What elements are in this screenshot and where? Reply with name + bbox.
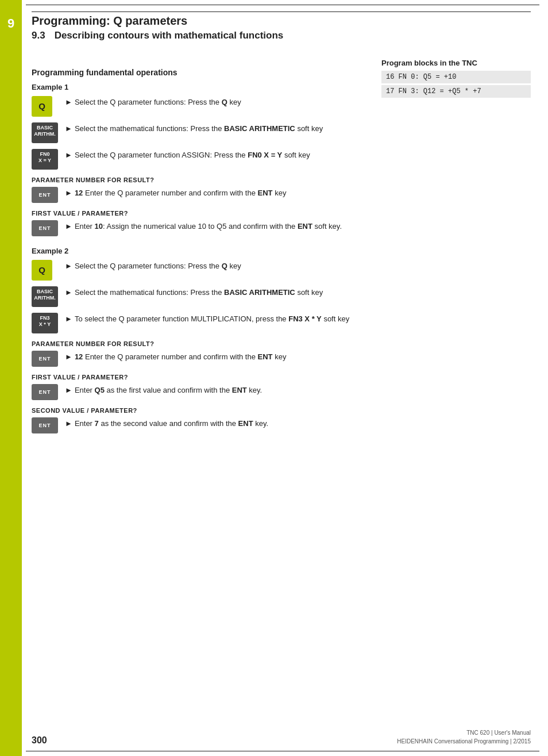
fn3-icon: FN3X * Y xyxy=(32,313,59,333)
footer-line2: HEIDENHAIN Conversational Programming | … xyxy=(397,737,531,746)
example2-param-row: ENT ►12 Enter the Q parameter number and… xyxy=(32,351,370,367)
section-title: Describing contours with mathematical fu… xyxy=(55,30,284,41)
footer-line1: TNC 620 | User's Manual xyxy=(397,728,531,737)
fn0-button: FN0X = Y xyxy=(32,149,58,170)
footer-info: TNC 620 | User's Manual HEIDENHAIN Conve… xyxy=(397,728,531,746)
section-heading: 9.3Describing contours with mathematical… xyxy=(32,30,531,41)
basic-arith-button: BASICARITHM. xyxy=(32,122,58,143)
ent-key5-button: ENT xyxy=(32,417,58,433)
q-key-icon: Q xyxy=(32,96,59,117)
example2-firstval-text: ►Enter Q5 as the first value and confirm… xyxy=(65,384,370,396)
chapter-tab: 9 xyxy=(0,0,22,756)
ent-key5-icon: ENT xyxy=(32,417,59,433)
page-border-top xyxy=(26,5,539,5)
example2-param-text: ►12 Enter the Q parameter number and con… xyxy=(65,351,370,363)
example1-firstval-heading: FIRST VALUE / PARAMETER? xyxy=(32,210,370,217)
fn0-icon: FN0X = Y xyxy=(32,149,59,170)
fn3-button: FN3X * Y xyxy=(32,313,58,333)
program-blocks: Program blocks in the TNC 16 FN 0: Q5 = … xyxy=(381,59,531,98)
left-column: Programming fundamental operations Examp… xyxy=(32,59,370,439)
example1-firstval-row: ENT ►Enter 10: Assign the numerical valu… xyxy=(32,220,370,236)
page-border-bottom xyxy=(26,751,539,751)
example2-param-heading: PARAMETER NUMBER FOR RESULT? xyxy=(32,340,370,347)
program-blocks-title: Program blocks in the TNC xyxy=(381,59,531,67)
footer-page-number: 300 xyxy=(32,735,47,746)
ent-key3-button: ENT xyxy=(32,351,58,367)
example1-step1: Q ►Select the Q parameter functions: Pre… xyxy=(32,96,370,117)
chapter-number: 9 xyxy=(7,16,14,31)
chapter-top-border xyxy=(32,11,531,12)
ent-key4-icon: ENT xyxy=(32,384,59,400)
ent-key1-icon: ENT xyxy=(32,187,59,203)
example1-param-row: ENT ►12 Enter the Q parameter number and… xyxy=(32,187,370,203)
basic-arith2-button: BASICARITHM. xyxy=(32,286,58,307)
ent-key2-icon: ENT xyxy=(32,220,59,236)
example1-step3: FN0X = Y ►Select the Q parameter functio… xyxy=(32,149,370,170)
q-key2-icon: Q xyxy=(32,260,59,281)
program-block-row-1: 16 FN 0: Q5 = +10 xyxy=(381,71,531,83)
example2-firstval-heading: FIRST VALUE / PARAMETER? xyxy=(32,374,370,381)
q-key-button: Q xyxy=(32,96,52,117)
ent-key2-button: ENT xyxy=(32,220,58,236)
chapter-heading: Programming: Q parameters xyxy=(32,14,531,28)
example2-secondval-heading: SECOND VALUE / PARAMETER? xyxy=(32,407,370,414)
example1-step2-text: ►Select the mathematical functions: Pres… xyxy=(65,122,370,135)
example2-step2: BASICARITHM. ►Select the mathematical fu… xyxy=(32,286,370,307)
example2-secondval-text: ►Enter 7 as the second value and confirm… xyxy=(65,417,370,429)
example2-step2-text: ►Select the mathematical functions: Pres… xyxy=(65,286,370,298)
example1-step3-text: ►Select the Q parameter function ASSIGN:… xyxy=(65,149,370,161)
subsection-heading: Programming fundamental operations xyxy=(32,68,370,77)
example1-step2: BASICARITHM. ►Select the mathematical fu… xyxy=(32,122,370,143)
example1-label: Example 1 xyxy=(32,83,370,91)
example1-step1-text: ►Select the Q parameter functions: Press… xyxy=(65,96,370,108)
main-content: Programming: Q parameters 9.3Describing … xyxy=(32,0,531,439)
section-number: 9.3 xyxy=(32,30,45,41)
example2-step3-text: ►To select the Q parameter function MULT… xyxy=(65,313,370,325)
ent-key1-button: ENT xyxy=(32,187,58,203)
example1-param-heading: PARAMETER NUMBER FOR RESULT? xyxy=(32,176,370,183)
right-column: Program blocks in the TNC 16 FN 0: Q5 = … xyxy=(381,59,531,439)
ent-key3-icon: ENT xyxy=(32,351,59,367)
example1-firstval-text: ►Enter 10: Assign the numerical value 10… xyxy=(65,220,370,232)
ent-key4-button: ENT xyxy=(32,384,58,400)
q-key2-button: Q xyxy=(32,260,52,281)
program-block-row-2: 17 FN 3: Q12 = +Q5 * +7 xyxy=(381,85,531,98)
basic-arith-icon: BASICARITHM. xyxy=(32,122,59,143)
example1-param-text: ►12 Enter the Q parameter number and con… xyxy=(65,187,370,199)
example2-firstval-row: ENT ►Enter Q5 as the first value and con… xyxy=(32,384,370,400)
example2-secondval-row: ENT ►Enter 7 as the second value and con… xyxy=(32,417,370,433)
example2-step3: FN3X * Y ►To select the Q parameter func… xyxy=(32,313,370,333)
footer: 300 TNC 620 | User's Manual HEIDENHAIN C… xyxy=(32,728,531,746)
two-col-layout: Programming fundamental operations Examp… xyxy=(32,59,531,439)
example2-label: Example 2 xyxy=(32,247,370,255)
example2-step1: Q ►Select the Q parameter functions: Pre… xyxy=(32,260,370,281)
basic-arith2-icon: BASICARITHM. xyxy=(32,286,59,307)
chapter-title: Programming: Q parameters xyxy=(32,14,187,27)
example2-step1-text: ►Select the Q parameter functions: Press… xyxy=(65,260,370,272)
